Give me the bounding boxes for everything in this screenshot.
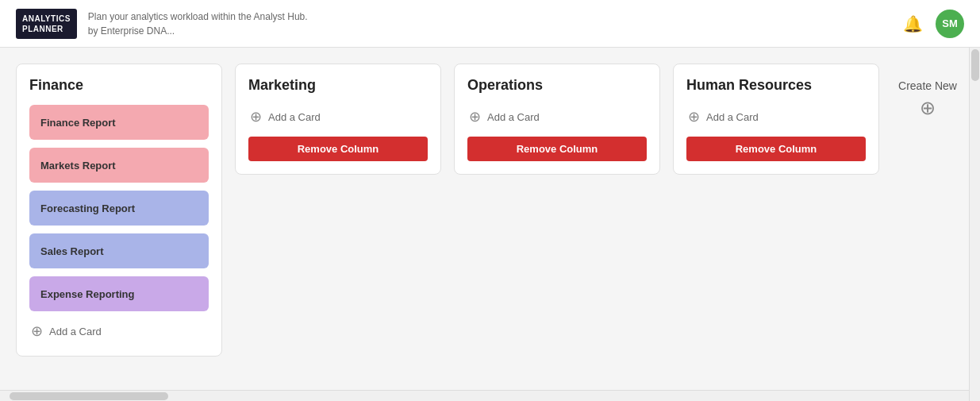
add-card-human-resources[interactable]: ⊕ Add a Card	[686, 105, 866, 129]
scrollbar-thumb-vertical	[971, 49, 979, 81]
create-new-icon[interactable]: ⊕	[920, 97, 936, 119]
card-sales-report[interactable]: Sales Report	[29, 233, 209, 268]
create-new-label: Create New	[898, 79, 957, 92]
add-card-icon-hr: ⊕	[688, 110, 700, 124]
card-finance-report[interactable]: Finance Report	[29, 105, 209, 140]
column-marketing: Marketing ⊕ Add a Card Remove Column	[235, 64, 441, 175]
card-expense-reporting[interactable]: Expense Reporting	[29, 276, 209, 311]
add-card-icon-marketing: ⊕	[250, 110, 262, 124]
add-card-icon-finance: ⊕	[31, 324, 43, 338]
column-finance: Finance Finance Report Markets Report Fo…	[16, 64, 222, 357]
card-forecasting-report[interactable]: Forecasting Report	[29, 191, 209, 226]
add-card-marketing[interactable]: ⊕ Add a Card	[248, 105, 428, 129]
kanban-board: Finance Finance Report Markets Report Fo…	[0, 48, 980, 401]
column-operations: Operations ⊕ Add a Card Remove Column	[454, 64, 660, 175]
vertical-scrollbar[interactable]	[969, 48, 980, 401]
avatar[interactable]: SM	[936, 10, 964, 38]
header-right: 🔔 SM	[903, 10, 964, 38]
scrollbar-thumb-horizontal	[10, 392, 168, 400]
logo: ANALYTICS PLANNER	[16, 9, 77, 39]
remove-column-operations[interactable]: Remove Column	[467, 137, 647, 161]
column-title-finance: Finance	[29, 77, 209, 94]
header: ANALYTICS PLANNER Plan your analytics wo…	[0, 0, 980, 48]
notification-bell-icon[interactable]: 🔔	[903, 14, 923, 33]
header-subtitle: Plan your analytics workload within the …	[88, 10, 308, 38]
logo-area: ANALYTICS PLANNER Plan your analytics wo…	[16, 9, 308, 39]
horizontal-scrollbar[interactable]	[0, 390, 969, 401]
main-content: Finance Finance Report Markets Report Fo…	[0, 48, 980, 401]
column-title-marketing: Marketing	[248, 77, 428, 94]
add-card-finance[interactable]: ⊕ Add a Card	[29, 319, 209, 343]
remove-column-human-resources[interactable]: Remove Column	[686, 137, 866, 161]
card-markets-report[interactable]: Markets Report	[29, 148, 209, 183]
remove-column-marketing[interactable]: Remove Column	[248, 137, 428, 161]
column-human-resources: Human Resources ⊕ Add a Card Remove Colu…	[673, 64, 879, 175]
add-card-operations[interactable]: ⊕ Add a Card	[467, 105, 647, 129]
column-title-operations: Operations	[467, 77, 647, 94]
create-new-area: Create New ⊕	[892, 64, 971, 119]
column-title-human-resources: Human Resources	[686, 77, 866, 94]
add-card-icon-operations: ⊕	[469, 110, 481, 124]
